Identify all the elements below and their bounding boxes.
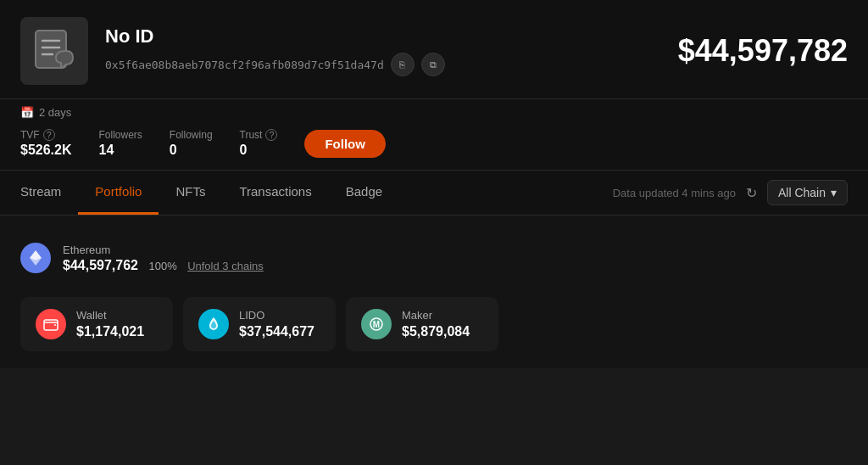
unfold-chains-link[interactable]: Unfold 3 chains (187, 260, 264, 272)
protocol-cards: Wallet $1,174,021 LIDO $37,544,677 (20, 297, 848, 351)
wallet-protocol-value: $1,174,021 (76, 324, 144, 339)
address-row: 0x5f6ae08b8aeb7078cf2f96afb089d7c9f51da4… (105, 53, 445, 76)
ethereum-chain-name: Ethereum (63, 244, 264, 256)
trust-value: 0 (240, 143, 278, 158)
nav-right: Data updated 4 mins ago ↻ All Chain ▾ (613, 180, 848, 205)
time-badge: 📅 2 days (20, 106, 848, 119)
time-label: 2 days (39, 106, 71, 119)
following-stat: Following 0 (170, 129, 213, 158)
wallet-details: Wallet $1,174,021 (76, 309, 144, 339)
tab-portfolio[interactable]: Portfolio (78, 171, 159, 215)
chain-selector-label: All Chain (778, 186, 826, 199)
trust-info-icon[interactable]: ? (265, 129, 277, 141)
ethereum-row: Ethereum $44,597,762 100% Unfold 3 chain… (20, 232, 848, 283)
maker-card: M Maker $5,879,084 (346, 297, 498, 351)
tvf-stat: TVF ? $526.2K (20, 129, 72, 158)
header-section: No ID 0x5f6ae08b8aeb7078cf2f96afb089d7c9… (0, 0, 868, 99)
chain-info: Ethereum $44,597,762 100% Unfold 3 chain… (63, 244, 264, 273)
tvf-value: $526.2K (20, 143, 72, 158)
calendar-icon: 📅 (20, 106, 34, 119)
copy-icon[interactable]: ⎘ (391, 53, 415, 76)
followers-label: Followers (99, 129, 142, 141)
wallet-logo (36, 309, 66, 339)
header-left: No ID 0x5f6ae08b8aeb7078cf2f96afb089d7c9… (20, 17, 445, 85)
stats-row: TVF ? $526.2K Followers 14 Following 0 T… (20, 129, 848, 158)
following-value: 0 (170, 143, 213, 158)
following-label: Following (170, 129, 213, 141)
nav-tabs: Stream Portfolio NFTs Transactions Badge (20, 171, 399, 215)
ethereum-logo (20, 243, 51, 273)
svg-text:M: M (373, 320, 380, 329)
follow-button[interactable]: Follow (304, 130, 386, 158)
trust-label: Trust ? (240, 129, 278, 141)
wallet-protocol-name: Wallet (76, 309, 144, 322)
ethereum-value-row: $44,597,762 100% Unfold 3 chains (63, 258, 264, 273)
maker-logo: M (361, 309, 392, 339)
tab-transactions[interactable]: Transactions (222, 171, 328, 215)
lido-card: LIDO $37,544,677 (183, 297, 336, 351)
ethereum-percent: 100% (148, 260, 176, 272)
tab-nfts[interactable]: NFTs (159, 171, 222, 215)
wallet-card: Wallet $1,174,021 (20, 297, 173, 351)
wallet-name: No ID (105, 25, 445, 48)
portfolio-value: $44,597,782 (678, 33, 848, 69)
chevron-down-icon: ▾ (831, 186, 837, 199)
lido-protocol-value: $37,544,677 (239, 324, 314, 339)
refresh-icon[interactable]: ↻ (746, 185, 757, 201)
followers-stat: Followers 14 (99, 129, 142, 158)
subheader-section: 📅 2 days TVF ? $526.2K Followers 14 Foll… (0, 99, 868, 171)
lido-logo (198, 309, 229, 339)
maker-protocol-name: Maker (402, 309, 470, 322)
tab-badge[interactable]: Badge (329, 171, 399, 215)
lido-protocol-name: LIDO (239, 309, 314, 322)
trust-stat: Trust ? 0 (240, 129, 278, 158)
data-updated-text: Data updated 4 mins ago (613, 187, 736, 199)
tab-stream[interactable]: Stream (20, 171, 78, 215)
maker-details: Maker $5,879,084 (402, 309, 470, 339)
ethereum-value: $44,597,762 (63, 258, 138, 272)
tvf-label: TVF ? (20, 129, 72, 141)
header-info: No ID 0x5f6ae08b8aeb7078cf2f96afb089d7c9… (105, 25, 445, 76)
wallet-avatar (20, 17, 88, 85)
chain-selector[interactable]: All Chain ▾ (767, 180, 848, 205)
followers-value: 14 (99, 143, 142, 158)
tvf-info-icon[interactable]: ? (43, 129, 55, 141)
share-icon[interactable]: ⧉ (421, 53, 445, 76)
main-content: Ethereum $44,597,762 100% Unfold 3 chain… (0, 216, 868, 368)
nav-bar: Stream Portfolio NFTs Transactions Badge… (0, 171, 868, 216)
wallet-address: 0x5f6ae08b8aeb7078cf2f96afb089d7c9f51da4… (105, 59, 384, 71)
maker-protocol-value: $5,879,084 (402, 324, 470, 339)
lido-details: LIDO $37,544,677 (239, 309, 314, 339)
